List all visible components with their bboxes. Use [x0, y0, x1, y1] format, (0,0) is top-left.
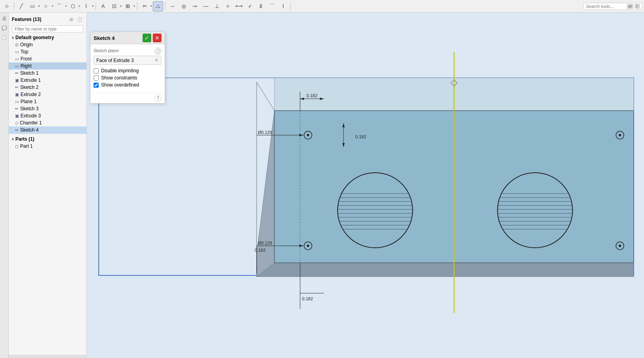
sketch2-label: Sketch 2 [20, 85, 39, 90]
disable-imprinting-row: Disable imprinting [94, 68, 161, 73]
text-tool[interactable]: A [98, 1, 108, 11]
show-overdefined-checkbox[interactable] [94, 83, 99, 88]
default-geometry-arrow: ▾ [12, 36, 14, 40]
sidebar-icon-history[interactable]: 🕐 [1, 34, 8, 41]
spline-arrow[interactable]: ▾ [92, 4, 94, 8]
separator-2 [96, 2, 96, 10]
constraint-equal[interactable]: = [223, 1, 233, 11]
rectangle-tool[interactable]: ▭ [27, 1, 38, 11]
spline-tool[interactable]: ⌇ [81, 1, 91, 11]
sidebar-item-extrude2[interactable]: ▣ Extrude 2 [9, 91, 86, 98]
feature-panel-body: Sketch plane 🕐 Face of Extrude 3 ✕ Disab… [90, 44, 165, 92]
extrude2-label: Extrude 2 [21, 92, 41, 97]
polygon-tool[interactable]: ⬡ [68, 1, 78, 11]
circle-arrow[interactable]: ▾ [52, 4, 53, 8]
parts-title: Parts (1) [15, 136, 34, 142]
sidebar-scrollbar[interactable] [0, 355, 86, 358]
offset-arrow[interactable]: ▾ [120, 4, 122, 8]
plane1-icon: ▭ [15, 99, 19, 104]
show-constraints-checkbox[interactable] [94, 75, 99, 81]
line-tool[interactable]: ╱ [16, 1, 26, 11]
svg-text:0.182: 0.182 [306, 93, 317, 98]
parts-section-header[interactable]: ▾ Parts (1) [9, 136, 86, 143]
trim-arrow[interactable]: ▾ [150, 4, 152, 8]
filter-icon-btn[interactable]: ⊙ [68, 16, 75, 23]
constraint-fix[interactable]: ✓ [245, 1, 255, 11]
sketch-plane-value: Face of Extrude 3 [96, 58, 134, 63]
feature-panel-cancel-button[interactable]: ✕ [153, 34, 161, 42]
constraint-midpoint[interactable]: ⊻ [256, 1, 266, 11]
dimension-tool[interactable]: ↔ [167, 1, 178, 11]
sidebar-item-extrude3[interactable]: ▣ Extrude 3 [9, 112, 86, 119]
sidebar-icon-features[interactable]: ☰ [1, 15, 8, 22]
transform-tool[interactable]: ⊞ [122, 1, 133, 11]
sidebar-item-extrude1[interactable]: ▣ Extrude 1 [9, 77, 86, 84]
circle-tool[interactable]: ○ [41, 1, 51, 11]
mirror-tool[interactable]: ⧍ [153, 1, 163, 11]
filter-input[interactable] [12, 25, 83, 32]
arc-arrow[interactable]: ▾ [65, 4, 67, 8]
part1-label: Part 1 [20, 143, 33, 149]
feature-panel-footer: ? [90, 92, 165, 103]
show-constraints-label: Show constraints [101, 75, 137, 81]
help-button[interactable]: ? [154, 94, 161, 102]
sketch-plane-label: Sketch plane [94, 48, 119, 53]
part1-icon: ◻ [15, 144, 19, 149]
sidebar-item-origin[interactable]: ⊙ Origin [9, 41, 86, 48]
sidebar-item-part1[interactable]: ◻ Part 1 [9, 143, 86, 150]
sidebar-icon-comments[interactable]: 💬 [1, 24, 8, 32]
constraint-pierce[interactable]: ⌇ [278, 1, 288, 11]
constraint-perp[interactable]: ⊥ [212, 1, 222, 11]
feature-panel: Sketch 4 ✓ ✕ Sketch plane 🕐 Face of Extr… [90, 32, 165, 104]
sidebar-item-sketch1[interactable]: ✏ Sketch 1 [9, 70, 86, 77]
sketch3-label: Sketch 3 [20, 106, 39, 111]
svg-point-41 [307, 134, 309, 136]
constraint-coincident[interactable]: ◎ [178, 1, 189, 11]
separator-5 [290, 2, 291, 10]
svg-text:0.182: 0.182 [255, 248, 266, 252]
main-canvas[interactable]: Sketch 4 Select entities to be mirrored. [87, 13, 644, 358]
svg-point-43 [307, 245, 309, 247]
select-tool[interactable]: ⊹ [2, 1, 12, 11]
features-header-icons: ⊙ 🕐 [68, 16, 83, 23]
extrude3-label: Extrude 3 [21, 113, 41, 119]
rectangle-arrow[interactable]: ▾ [38, 4, 40, 8]
front-plane-icon: ▭ [15, 57, 19, 62]
sidebar-item-plane1[interactable]: ▭ Plane 1 [9, 98, 86, 105]
features-title: Features (13) [12, 17, 41, 22]
sketch1-label: Sketch 1 [20, 70, 39, 76]
sketch-plane-selector[interactable]: Face of Extrude 3 ✕ [94, 56, 161, 65]
polygon-arrow[interactable]: ▾ [79, 4, 80, 8]
extrude2-icon: ▣ [15, 92, 19, 97]
sidebar-item-sketch2[interactable]: ✏ Sketch 2 [9, 84, 86, 91]
separator-4 [165, 2, 165, 10]
disable-imprinting-checkbox[interactable] [94, 68, 99, 73]
sidebar-item-sketch3[interactable]: ✏ Sketch 3 [9, 105, 86, 112]
arc-tool[interactable]: ⌒ [54, 1, 64, 11]
offset-tool[interactable]: ⊡ [109, 1, 119, 11]
sidebar-item-sketch4[interactable]: ✏ Sketch 4 [9, 126, 86, 134]
sidebar-item-front[interactable]: ▭ Front [9, 55, 86, 62]
sidebar-item-right[interactable]: ▭ Right [9, 62, 86, 70]
feature-panel-ok-button[interactable]: ✓ [143, 34, 151, 42]
sketch3-icon: ✏ [15, 106, 19, 111]
constraint-horizontal[interactable]: ⊸ [190, 1, 200, 11]
constraint-sym[interactable]: ⟷ [234, 1, 244, 11]
history-icon-btn[interactable]: 🕐 [76, 16, 83, 23]
constraint-tangent[interactable]: ⌒ [267, 1, 277, 11]
shortcut-c: C [635, 4, 640, 9]
search-tools-input[interactable] [586, 4, 625, 9]
show-constraints-row: Show constraints [94, 75, 161, 81]
default-geometry-label: Default geometry [15, 35, 54, 40]
default-geometry-section[interactable]: ▾ Default geometry [9, 34, 86, 41]
show-overdefined-row: Show overdefined [94, 82, 161, 88]
transform-arrow[interactable]: ▾ [133, 4, 135, 8]
sketch-plane-clear-button[interactable]: ✕ [154, 57, 159, 63]
sketch-plane-clock-button[interactable]: 🕐 [154, 47, 161, 55]
svg-point-37 [619, 134, 621, 136]
sidebar-item-top[interactable]: ▭ Top [9, 48, 86, 55]
sidebar-item-chamfer1[interactable]: ◇ Chamfer 1 [9, 119, 86, 126]
constraint-more[interactable]: — [201, 1, 211, 11]
trim-tool[interactable]: ✂ [139, 1, 150, 11]
top-plane-icon: ▭ [15, 49, 19, 55]
